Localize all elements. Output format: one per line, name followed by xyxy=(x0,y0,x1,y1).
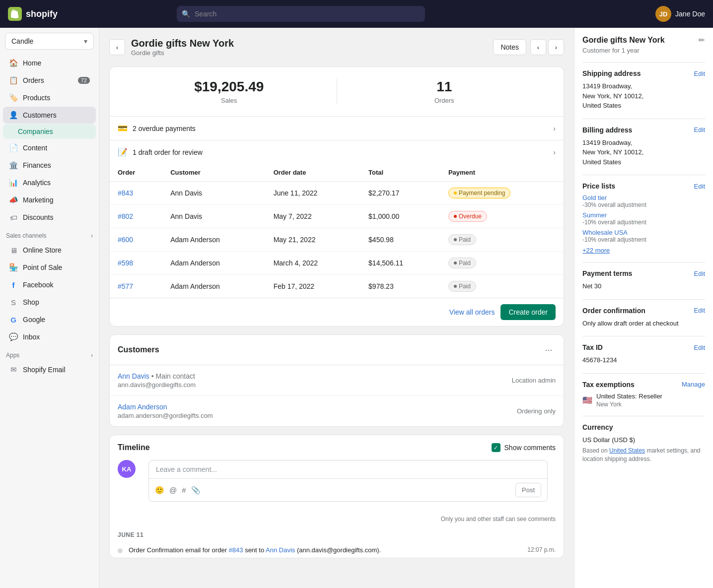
order-number: #598 xyxy=(110,252,162,275)
show-comments-toggle[interactable]: ✓ Show comments xyxy=(492,443,556,452)
more-options-button[interactable]: ··· xyxy=(542,343,556,357)
tax-exemptions-title: Tax exemptions xyxy=(582,381,635,389)
order-date: May 7, 2022 xyxy=(266,205,360,228)
search-bar[interactable]: 🔍 xyxy=(177,6,425,22)
home-icon: 🏠 xyxy=(9,59,18,67)
pos-icon: 🏪 xyxy=(9,263,18,272)
timeline-person-link[interactable]: Ann Davis xyxy=(266,546,295,554)
badge-dot xyxy=(454,192,457,195)
search-input[interactable] xyxy=(177,6,425,22)
edit-icon[interactable]: ✏ xyxy=(699,36,705,45)
post-button[interactable]: Post xyxy=(515,483,541,497)
tax-exemptions-manage-link[interactable]: Manage xyxy=(682,381,705,388)
apps-label: Apps › xyxy=(0,346,99,361)
price-list-summer-desc: -10% overall adjustment xyxy=(582,219,705,226)
sidebar-item-orders[interactable]: 📋 Orders 72 xyxy=(3,72,96,89)
price-lists-edit-link[interactable]: Edit xyxy=(694,183,705,190)
avatar[interactable]: JD xyxy=(655,6,671,22)
timeline-sent-text: sent to xyxy=(245,546,266,554)
create-order-button[interactable]: Create order xyxy=(500,304,556,320)
show-comments-checkbox[interactable]: ✓ xyxy=(492,443,500,452)
shipping-edit-link[interactable]: Edit xyxy=(694,70,705,77)
sidebar-item-label: Discounts xyxy=(23,213,53,221)
attachment-icon[interactable]: 📎 xyxy=(191,486,201,495)
sidebar-item-shop[interactable]: S Shop xyxy=(3,294,96,311)
sidebar-item-finances[interactable]: 🏛️ Finances xyxy=(3,157,96,174)
chevron-right-icon: › xyxy=(91,232,93,239)
payment-badge: Overdue xyxy=(448,211,487,222)
shipping-title: Shipping address xyxy=(582,69,641,77)
sidebar-item-home[interactable]: 🏠 Home xyxy=(3,55,96,71)
email-icon: ✉ xyxy=(9,365,18,374)
sidebar-item-content[interactable]: 📄 Content xyxy=(3,139,96,156)
order-customer: Adam Anderson xyxy=(162,252,265,275)
next-button[interactable]: › xyxy=(548,39,564,55)
alert-overdue-payments[interactable]: 💳 2 overdue payments › xyxy=(110,116,564,140)
tax-id-edit-link[interactable]: Edit xyxy=(694,344,705,351)
alert-text: 2 overdue payments xyxy=(133,125,553,132)
sidebar-item-point-of-sale[interactable]: 🏪 Point of Sale xyxy=(3,259,96,276)
sidebar-item-companies[interactable]: Companies xyxy=(3,124,96,139)
view-all-orders-link[interactable]: View all orders xyxy=(449,308,495,316)
payment-terms-value: Net 30 xyxy=(582,281,705,291)
timeline-dot xyxy=(118,548,123,553)
comment-input[interactable] xyxy=(149,460,547,478)
price-lists-more-link[interactable]: +22 more xyxy=(582,247,610,254)
sidebar-item-marketing[interactable]: 📣 Marketing xyxy=(3,192,96,208)
order-link[interactable]: #843 xyxy=(118,189,133,197)
payment-terms-title: Payment terms xyxy=(582,269,632,277)
content-icon: 📄 xyxy=(9,143,18,152)
order-payment: Overdue xyxy=(440,205,564,228)
hashtag-icon[interactable]: # xyxy=(182,486,186,494)
mention-icon[interactable]: @ xyxy=(169,486,177,494)
price-list-wholesale-name[interactable]: Wholesale USA xyxy=(582,229,705,236)
sidebar-item-google[interactable]: G Google xyxy=(3,311,96,328)
store-selector[interactable]: Candle ▾ xyxy=(5,33,94,50)
price-list-gold-name[interactable]: Gold tier xyxy=(582,194,705,201)
order-confirmation-title: Order confirmation xyxy=(582,307,645,315)
payment-badge: Paid xyxy=(448,281,476,292)
notes-button[interactable]: Notes xyxy=(493,39,526,55)
order-link[interactable]: #802 xyxy=(118,212,133,220)
col-customer: Customer xyxy=(162,164,265,182)
sidebar-item-online-store[interactable]: 🖥 Online Store xyxy=(3,242,96,259)
prev-button[interactable]: ‹ xyxy=(530,39,546,55)
page-title-area: Gordie gifts New York Gordie gifts xyxy=(131,38,487,57)
tax-id-header: Tax ID Edit xyxy=(582,343,705,351)
analytics-icon: 📊 xyxy=(9,178,18,187)
sidebar-item-facebook[interactable]: f Facebook xyxy=(3,276,96,293)
shop-icon: S xyxy=(9,298,18,307)
sidebar-item-label: Facebook xyxy=(23,281,53,289)
price-list-wholesale-desc: -10% overall adjustment xyxy=(582,236,705,243)
panel-header: Gordie gifts New York ✏ xyxy=(582,36,705,45)
alert-draft-order[interactable]: 📝 1 draft order for review › xyxy=(110,140,564,164)
price-list-summer-name[interactable]: Summer xyxy=(582,211,705,219)
sidebar-item-label: Analytics xyxy=(23,179,51,187)
timeline-order-link[interactable]: #843 xyxy=(229,546,243,554)
sidebar-item-analytics[interactable]: 📊 Analytics xyxy=(3,174,96,191)
sidebar-item-products[interactable]: 🏷️ Products xyxy=(3,89,96,106)
page-header: ‹ Gordie gifts New York Gordie gifts Not… xyxy=(109,38,564,57)
panel-subtitle: Customer for 1 year xyxy=(582,47,705,54)
order-link[interactable]: #577 xyxy=(118,282,133,290)
sidebar-item-customers[interactable]: 👤 Customers xyxy=(3,107,96,124)
shopify-logo-icon xyxy=(8,7,22,21)
payment-terms-edit-link[interactable]: Edit xyxy=(694,270,705,277)
order-customer: Adam Anderson xyxy=(162,275,265,298)
currency-link[interactable]: United States xyxy=(609,447,645,454)
customer-name-adam[interactable]: Adam Anderson xyxy=(118,403,167,411)
sidebar-item-shopify-email[interactable]: ✉ Shopify Email xyxy=(3,361,96,378)
emoji-icon[interactable]: 🙂 xyxy=(155,486,164,495)
shipping-address-text: 13419 Broadway, New York, NY 10012, Unit… xyxy=(582,81,705,111)
back-button[interactable]: ‹ xyxy=(109,39,125,55)
sidebar-item-inbox[interactable]: 💬 Inbox xyxy=(3,328,96,345)
order-confirmation-edit-link[interactable]: Edit xyxy=(694,307,705,314)
sidebar-item-discounts[interactable]: 🏷 Discounts xyxy=(3,209,96,226)
order-link[interactable]: #598 xyxy=(118,259,133,267)
table-row: #598 Adam Anderson March 4, 2022 $14,506… xyxy=(110,252,564,275)
billing-edit-link[interactable]: Edit xyxy=(694,126,705,133)
discounts-icon: 🏷 xyxy=(9,213,18,222)
order-link[interactable]: #600 xyxy=(118,236,133,244)
customer-name-ann[interactable]: Ann Davis xyxy=(118,372,149,380)
billing-title: Billing address xyxy=(582,126,632,134)
